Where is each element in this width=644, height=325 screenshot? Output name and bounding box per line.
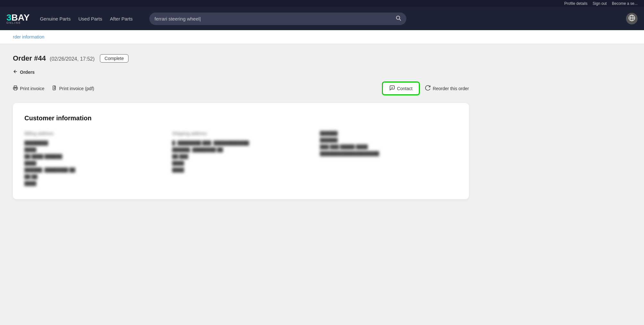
billing-line-7: ████: [24, 181, 162, 186]
action-left: Print invoice Print invoice (pdf): [13, 85, 94, 91]
back-to-orders[interactable]: Orders: [13, 69, 469, 75]
status-badge: Complete: [100, 54, 129, 63]
print-invoice-label: Print invoice: [20, 86, 44, 91]
shipping-line-4: ████: [172, 161, 310, 166]
contact-line-1: ██████: [320, 131, 457, 136]
order-title: Order #44 (02/26/2024, 17:52): [13, 54, 95, 63]
svg-rect-7: [14, 88, 17, 90]
billing-line-5: ██████, ████████ ██: [24, 167, 162, 172]
billing-section: Billing address ████████ ████ ██ ████ ██…: [24, 131, 162, 188]
shipping-line-2: ██████, ████████ ██: [172, 147, 310, 152]
order-datetime: (02/26/2024, 17:52): [50, 56, 95, 62]
shipping-line-3: ██ ███: [172, 154, 310, 159]
become-seller-link[interactable]: Become a se...: [612, 1, 638, 6]
top-bar: Profile details Sign out Become a se...: [0, 0, 644, 7]
billing-line-1: ████████: [24, 141, 162, 145]
search-bar: [149, 13, 406, 25]
chat-icon: [389, 85, 395, 92]
contact-line-4: ████████████████████: [320, 151, 457, 156]
nav-used-parts[interactable]: Used Parts: [78, 15, 102, 23]
billing-line-2: ████: [24, 147, 162, 152]
svg-line-1: [399, 19, 401, 20]
print-invoice-pdf-label: Print invoice (pdf): [59, 86, 94, 91]
contact-line-3: ███ ███ █████ ████: [320, 144, 457, 149]
contact-section: ██████ ██████ ███ ███ █████ ████ ███████…: [320, 131, 457, 188]
print-invoice-pdf-button[interactable]: Print invoice (pdf): [52, 85, 94, 91]
shipping-section: Shipping address █, ████████ ███, ██████…: [172, 131, 310, 188]
profile-details-link[interactable]: Profile details: [564, 1, 587, 6]
search-icon: [395, 15, 401, 22]
contact-label: Contact: [397, 86, 412, 91]
globe-icon: [628, 14, 635, 23]
logo[interactable]: 3BAY ONLINE: [6, 13, 30, 24]
reload-icon: [425, 85, 431, 92]
logo-sub: ONLINE: [6, 21, 21, 24]
printer-icon: [13, 85, 18, 91]
back-arrow-icon: [13, 69, 18, 75]
customer-info-grid: Billing address ████████ ████ ██ ████ ██…: [24, 131, 457, 188]
billing-line-4: ████: [24, 161, 162, 166]
billing-line-3: ██ ████ ██████: [24, 154, 162, 159]
action-right: Contact Reorder this order: [382, 81, 469, 95]
main-nav: Genuine Parts Used Parts After Parts: [40, 15, 133, 23]
print-invoice-button[interactable]: Print invoice: [13, 85, 44, 91]
main-content: Order #44 (02/26/2024, 17:52) Complete O…: [0, 44, 482, 210]
search-input[interactable]: [154, 16, 395, 21]
globe-button[interactable]: [626, 13, 638, 24]
pdf-icon: [52, 85, 57, 91]
action-bar: Print invoice Print invoice (pdf): [13, 81, 469, 95]
search-button[interactable]: [395, 15, 401, 22]
header: 3BAY ONLINE Genuine Parts Used Parts Aft…: [0, 7, 644, 30]
back-label: Orders: [20, 70, 35, 75]
nav-genuine-parts[interactable]: Genuine Parts: [40, 15, 71, 23]
customer-info-card: Customer information Billing address ███…: [13, 103, 469, 199]
nav-after-parts[interactable]: After Parts: [110, 15, 133, 23]
shipping-label: Shipping address: [172, 131, 310, 136]
billing-line-6: ██ ██: [24, 174, 162, 179]
reorder-label: Reorder this order: [433, 86, 469, 91]
order-header: Order #44 (02/26/2024, 17:52) Complete: [13, 54, 469, 63]
sign-out-link[interactable]: Sign out: [593, 1, 607, 6]
customer-info-title: Customer information: [24, 115, 457, 122]
order-number: Order #44: [13, 54, 46, 62]
breadcrumb[interactable]: rder information: [13, 34, 44, 39]
contact-button[interactable]: Contact: [382, 81, 420, 95]
reorder-button[interactable]: Reorder this order: [425, 85, 469, 92]
shipping-line-5: ████: [172, 167, 310, 172]
header-right: [626, 13, 638, 24]
billing-label: Billing address: [24, 131, 162, 136]
shipping-line-1: █, ████████ ███, ████████████: [172, 141, 310, 145]
contact-line-2: ██████: [320, 138, 457, 142]
logo-text: 3BAY: [6, 13, 30, 22]
breadcrumb-bar: rder information: [0, 30, 644, 44]
